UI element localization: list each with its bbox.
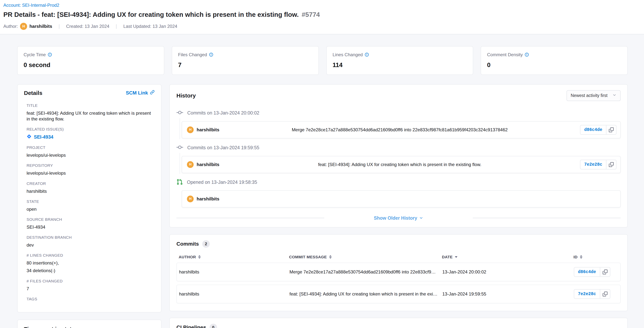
cell-date: 13-Jan-2024 20:00:02 — [442, 269, 574, 275]
timeline-opened-card: H harshilbits — [182, 190, 620, 207]
time-spent-heading: Time spent in status — [24, 326, 155, 328]
cell-author: harshilbits — [179, 269, 290, 275]
column-header-commit-message[interactable]: COMMIT MESSAGE — [289, 255, 442, 259]
scm-link[interactable]: SCM Link — [126, 90, 155, 96]
pr-meta-row: Author: H harshilbits | Created: 13 Jan … — [3, 23, 636, 30]
related-issue-link[interactable]: SEI-4934 — [26, 134, 155, 140]
sort-desc-icon — [455, 256, 458, 258]
field-files-changed: # FILES CHANGED 7 — [26, 279, 155, 292]
show-older-history-label: Show Older History — [374, 215, 417, 221]
field-label: TAGS — [26, 297, 155, 301]
commits-heading: Commits — [176, 241, 199, 247]
timeline-commit-card: H harshilbits feat: [SEI-4934]: Adding U… — [182, 156, 620, 173]
field-value: levelops/ui-levelops — [26, 152, 155, 158]
info-icon[interactable] — [209, 52, 213, 57]
commit-author-avatar: H — [187, 161, 194, 168]
commit-sha-badge[interactable]: 7e2e28c — [574, 289, 600, 299]
metric-card-cycle-time: Cycle Time 0 second — [17, 46, 164, 75]
last-updated-date: Last Updated: 13 Jan 2024 — [123, 24, 177, 29]
metric-value: 0 — [487, 61, 621, 69]
column-header-date[interactable]: DATE — [442, 255, 574, 259]
commit-message: feat: [SEI-4934]: Adding UX for creating… — [219, 162, 580, 167]
copy-icon-button[interactable] — [600, 289, 610, 299]
metric-label: Cycle Time — [24, 52, 46, 57]
account-breadcrumb-link[interactable]: Account: SEI-Internal-Prod2 — [3, 2, 59, 8]
cell-commit-message: Merge 7e2e28ce17a27a888e530754dd6ad21609… — [290, 269, 442, 275]
metric-label: Comment Density — [487, 52, 523, 57]
cell-date: 13-Jan-2024 19:59:55 — [442, 291, 574, 297]
commits-table: AUTHOR COMMIT MESSAGE DATE — [176, 255, 620, 303]
field-value: levelops/ui-levelops — [26, 170, 155, 176]
history-panel: History Newest activity first — [169, 84, 628, 227]
insertions-value: 80 insertions(+), — [26, 260, 155, 266]
deletions-value: 34 deletions(-) — [26, 268, 155, 273]
info-icon[interactable] — [365, 52, 369, 57]
field-state: STATE open — [26, 199, 155, 212]
main-content: Cycle Time 0 second Files Changed 7 — [0, 34, 644, 328]
sort-icon — [329, 255, 332, 259]
right-column: History Newest activity first — [169, 84, 628, 328]
sort-icon — [580, 255, 582, 259]
git-commit-icon — [176, 109, 183, 117]
sort-icon — [198, 255, 201, 259]
pr-number: #5774 — [302, 11, 320, 18]
field-value: open — [26, 206, 155, 212]
metrics-row: Cycle Time 0 second Files Changed 7 — [17, 46, 628, 75]
commits-table-header: AUTHOR COMMIT MESSAGE DATE — [176, 255, 620, 259]
chevron-down-icon — [419, 216, 423, 220]
left-column: Details SCM Link TITLE feat: [SEI-4934]:… — [17, 84, 162, 328]
metric-label: Lines Changed — [333, 52, 363, 57]
show-older-history-button[interactable]: Show Older History — [374, 215, 423, 221]
time-spent-panel: Time spent in status MERGE TIME 0 second… — [17, 320, 162, 328]
details-heading: Details — [24, 90, 42, 96]
field-tags: TAGS — [26, 297, 155, 301]
field-related-issues: RELATED ISSUE(S) SEI-4934 — [26, 127, 155, 140]
cell-id: 7e2e28c — [574, 289, 620, 299]
field-project: PROJECT levelops/ui-levelops — [26, 145, 155, 158]
field-value: 7 — [26, 286, 155, 292]
copy-icon-button[interactable] — [600, 267, 610, 277]
timeline-event-label: Commits on 13-Jan-2024 19:59:55 — [187, 145, 259, 150]
history-sort-dropdown[interactable]: Newest activity first — [566, 90, 620, 101]
show-older-history-row: Show Older History — [176, 215, 620, 221]
field-label: # LINES CHANGED — [26, 253, 155, 258]
page-title: PR Details - feat: [SEI-4934]: Adding UX… — [3, 10, 636, 19]
timeline-connector — [180, 118, 180, 139]
divider-line — [473, 218, 620, 218]
metric-value: 7 — [178, 61, 312, 69]
author-name: harshilbits — [29, 24, 52, 29]
commit-sha-badge[interactable]: d86c4de — [574, 267, 600, 277]
metric-value: 0 second — [24, 61, 158, 69]
timeline-commit-card: H harshilbits Merge 7e2e28ce17a27a888e53… — [182, 121, 620, 138]
commit-author-name: harshilbits — [197, 127, 219, 133]
field-label: PROJECT — [26, 145, 155, 150]
field-destination-branch: DESTINATION BRANCH dev — [26, 235, 155, 248]
copy-icon-button[interactable] — [606, 125, 616, 135]
issue-key: SEI-4934 — [34, 134, 53, 140]
commits-count-badge: 2 — [202, 240, 210, 248]
info-icon[interactable] — [48, 52, 52, 57]
commits-panel: Commits 2 AUTHOR COMMIT MESSAGE — [169, 234, 628, 311]
commit-author-avatar: H — [187, 195, 194, 202]
field-label: TITLE — [26, 103, 155, 108]
timeline-event-label: Opened on 13-Jan-2024 19:58:35 — [187, 179, 257, 185]
commit-sha-badge[interactable]: 7e2e28c — [580, 160, 606, 169]
pr-title-text: PR Details - feat: [SEI-4934]: Adding UX… — [3, 11, 299, 18]
copy-icon-button[interactable] — [606, 160, 616, 169]
history-timeline: Commits on 13-Jan-2024 20:00:02 H harshi… — [176, 109, 620, 221]
field-label: RELATED ISSUE(S) — [26, 127, 155, 132]
column-header-author[interactable]: AUTHOR — [179, 255, 289, 259]
pr-opened-icon — [176, 179, 183, 186]
commit-sha-badge[interactable]: d86c4de — [580, 125, 606, 135]
info-icon[interactable] — [525, 52, 529, 57]
column-header-id[interactable]: ID — [574, 255, 620, 259]
link-icon — [150, 90, 155, 96]
commit-message: Merge 7e2e28ce17a27a888e530754dd6ad21609… — [219, 127, 580, 133]
chevron-down-icon — [612, 93, 616, 98]
table-row: harshilbits Merge 7e2e28ce17a27a888e5307… — [176, 263, 620, 281]
field-lines-changed: # LINES CHANGED 80 insertions(+), 34 del… — [26, 253, 155, 273]
field-value: feat: [SEI-4934]: Adding UX for creating… — [26, 110, 155, 122]
page-header: Account: SEI-Internal-Prod2 PR Details -… — [0, 0, 644, 34]
field-value: dev — [26, 242, 155, 248]
metric-card-comment-density: Comment Density 0 — [481, 46, 628, 75]
